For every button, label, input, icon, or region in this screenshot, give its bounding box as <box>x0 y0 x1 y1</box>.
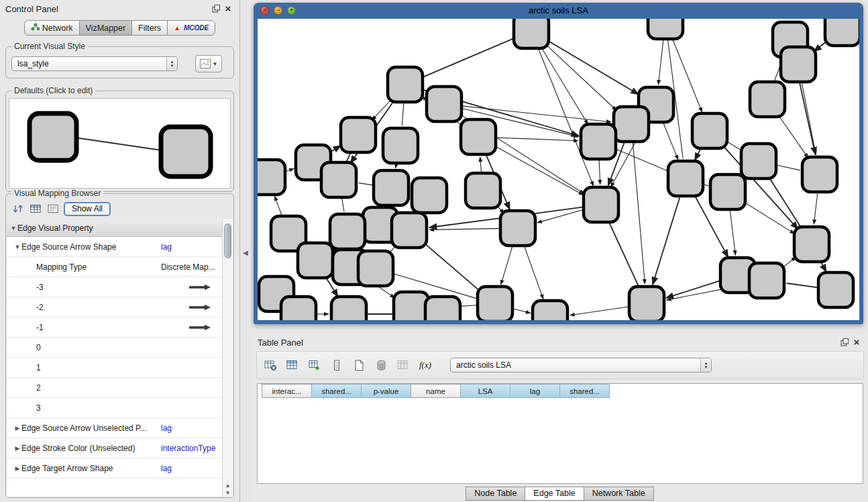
column-header-pvalue[interactable]: p-value <box>361 384 411 398</box>
graph-node[interactable] <box>478 287 512 320</box>
scroll-down-icon[interactable]: ▼ <box>225 489 231 497</box>
graph-edge[interactable] <box>802 81 816 155</box>
column-header-shared[interactable]: shared... <box>311 384 362 398</box>
close-panel-icon[interactable]: × <box>222 3 234 14</box>
visual-style-select[interactable]: lsa_style ▲▼ <box>11 56 178 71</box>
close-table-panel-icon[interactable]: × <box>851 337 863 348</box>
graph-edge[interactable] <box>494 138 578 141</box>
graph-node[interactable] <box>392 213 427 248</box>
column-header-interac[interactable]: interac... <box>262 384 312 398</box>
graph-node[interactable] <box>466 173 500 208</box>
vmb-row-edge-source-arrow-unselected-p-[interactable]: ▶Edge Source Arrow Unselected P...lag <box>7 418 222 438</box>
new-file-icon[interactable] <box>351 358 367 372</box>
collapse-triangle-icon[interactable]: ▼ <box>9 225 17 232</box>
graph-edge[interactable] <box>774 164 800 170</box>
grid-icon[interactable] <box>29 203 42 215</box>
graph-node[interactable] <box>425 297 460 320</box>
float-panel-icon[interactable] <box>210 3 222 14</box>
graph-edge[interactable] <box>599 158 600 185</box>
graph-node[interactable] <box>668 161 703 196</box>
graph-edge[interactable] <box>501 244 514 285</box>
vmb-row-0[interactable]: 0 <box>7 338 222 358</box>
rows-icon[interactable] <box>329 358 345 372</box>
column-header-name[interactable]: name <box>411 384 461 398</box>
graph-node[interactable] <box>781 47 816 82</box>
table-columns-icon[interactable] <box>284 358 301 372</box>
vmb-row-edge-target-arrow-shape[interactable]: ▶Edge Target Arrow Shapelag <box>7 458 222 479</box>
graph-node[interactable] <box>321 162 356 197</box>
graph-node[interactable] <box>374 170 409 205</box>
vmb-row-edge-visual-property[interactable]: ▼Edge Visual Property <box>7 219 222 237</box>
graph-edge[interactable] <box>653 194 681 285</box>
graph-edge[interactable] <box>402 101 404 126</box>
graph-node[interactable] <box>648 19 683 39</box>
graph-node[interactable] <box>461 119 496 154</box>
graph-node[interactable] <box>514 19 549 48</box>
graph-node[interactable] <box>331 297 366 320</box>
graph-edge[interactable] <box>633 140 645 284</box>
graph-node[interactable] <box>500 211 535 246</box>
tab-vizmapper[interactable]: VizMapper <box>79 20 133 36</box>
tab-filters[interactable]: Filters <box>131 20 168 36</box>
network-graph-svg[interactable] <box>258 19 859 320</box>
float-table-panel-icon[interactable] <box>838 337 851 348</box>
graph-node[interactable] <box>383 128 418 163</box>
vmb-row-3[interactable]: 3 <box>7 398 222 418</box>
graph-edge[interactable] <box>666 280 723 298</box>
graph-node[interactable] <box>614 107 649 142</box>
graph-node[interactable] <box>750 82 785 117</box>
defaults-preview[interactable] <box>9 98 231 189</box>
network-titlebar[interactable]: ×−+ arctic soils LSA <box>254 3 863 19</box>
tab-edge-table[interactable]: Edge Table <box>525 487 584 501</box>
graph-edge[interactable] <box>777 113 808 158</box>
graph-node[interactable] <box>258 160 285 195</box>
graph-node[interactable] <box>412 178 447 213</box>
graph-node[interactable] <box>427 87 462 121</box>
vmb-row-1[interactable]: 1 <box>7 358 222 378</box>
vmb-row--3[interactable]: -3 <box>7 277 222 297</box>
collapse-triangle-icon[interactable]: ▼ <box>13 244 21 250</box>
graph-node[interactable] <box>825 19 859 46</box>
vmb-row--1[interactable]: -1 <box>7 317 222 338</box>
vmb-row-2[interactable]: 2 <box>7 378 222 398</box>
graph-edge[interactable] <box>543 42 617 110</box>
graph-edge[interactable] <box>671 36 702 112</box>
table-edit-icon[interactable] <box>307 358 323 372</box>
graph-node[interactable] <box>341 117 376 152</box>
graph-node[interactable] <box>394 292 429 320</box>
graph-edge[interactable] <box>570 307 631 315</box>
vmb-row-mapping-type[interactable]: Mapping TypeDiscrete Map... <box>7 257 222 277</box>
tab-node-table[interactable]: Node Table <box>466 487 525 501</box>
table-disabled-icon[interactable] <box>395 358 411 372</box>
graph-edge[interactable] <box>545 39 639 95</box>
graph-edge[interactable] <box>424 37 517 77</box>
show-all-button[interactable]: Show All <box>64 202 111 216</box>
tab-mcode[interactable]: ▲MCODE <box>167 20 215 36</box>
tab-network[interactable]: Network <box>24 20 80 36</box>
graph-node[interactable] <box>710 174 745 209</box>
delete-icon[interactable] <box>373 358 389 372</box>
column-header-lag[interactable]: lag <box>510 384 560 398</box>
vmb-row-edge-source-arrow-shape[interactable]: ▼Edge Source Arrow Shapelag <box>7 237 222 257</box>
graph-edge[interactable] <box>429 228 502 230</box>
scrollbar-buttons[interactable]: ▲▼ <box>223 479 233 497</box>
expand-triangle-icon[interactable]: ▶ <box>13 465 21 472</box>
graph-edge[interactable] <box>421 241 480 291</box>
tab-network-table[interactable]: Network Table <box>584 487 654 501</box>
graph-node[interactable] <box>629 287 664 320</box>
vmb-row-edge-stroke-color-unselected-[interactable]: ▶Edge Stroke Color (Unselected)interacti… <box>7 438 222 458</box>
graph-edge[interactable] <box>730 208 736 255</box>
graph-node[interactable] <box>692 113 727 148</box>
legend-icon[interactable] <box>46 203 60 215</box>
graph-edge[interactable] <box>492 145 584 195</box>
expand-triangle-icon[interactable]: ▶ <box>13 445 21 452</box>
table-body[interactable]: interac...shared...p-valuenameLSAlagshar… <box>257 383 863 484</box>
graph-node[interactable] <box>388 67 423 102</box>
graph-node[interactable] <box>298 243 333 278</box>
graph-edge[interactable] <box>658 38 663 85</box>
graph-node[interactable] <box>358 251 393 286</box>
network-canvas[interactable] <box>258 19 859 320</box>
style-options-button[interactable]: ▼ <box>195 55 222 72</box>
vmb-scrollbar[interactable]: ▲▼ <box>222 219 233 497</box>
graph-node[interactable] <box>802 157 837 192</box>
